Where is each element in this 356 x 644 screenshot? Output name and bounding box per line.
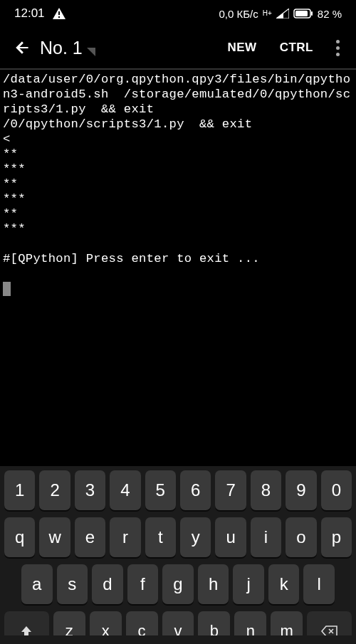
svg-rect-1 — [58, 16, 60, 18]
battery-pct: 82 % — [318, 8, 342, 20]
key-q[interactable]: q — [4, 517, 35, 557]
key-r[interactable]: r — [110, 517, 140, 557]
net-speed: 0,0 КБ/с — [219, 8, 258, 20]
warning-icon — [52, 7, 66, 20]
key-e[interactable]: e — [75, 517, 105, 557]
terminal-line: /data/user/0/org.qpython.qpy3/files/bin/… — [3, 73, 350, 86]
svg-rect-4 — [311, 11, 313, 16]
key-1[interactable]: 1 — [4, 470, 35, 510]
key-x[interactable]: x — [90, 611, 122, 635]
key-z[interactable]: z — [53, 611, 85, 635]
key-g[interactable]: g — [162, 564, 194, 604]
key-o[interactable]: o — [286, 517, 316, 557]
ctrl-button[interactable]: CTRL — [268, 41, 325, 55]
key-m[interactable]: m — [271, 611, 303, 635]
key-u[interactable]: u — [215, 517, 246, 557]
terminal-line: ripts3/1.py && exit — [3, 102, 154, 116]
key-d[interactable]: d — [92, 564, 123, 604]
key-j[interactable]: j — [233, 564, 264, 604]
overflow-menu-button[interactable] — [325, 33, 350, 62]
key-7[interactable]: 7 — [215, 470, 246, 510]
signal-icon — [276, 9, 289, 19]
svg-rect-0 — [58, 11, 60, 15]
key-p[interactable]: p — [321, 517, 352, 557]
soft-keyboard: 1 2 3 4 5 6 7 8 9 0 q w e r t y u i o p … — [0, 466, 356, 644]
key-2[interactable]: 2 — [39, 470, 70, 510]
key-8[interactable]: 8 — [251, 470, 281, 510]
dropdown-icon[interactable] — [87, 48, 95, 56]
key-b[interactable]: b — [198, 611, 230, 635]
key-s[interactable]: s — [57, 564, 88, 604]
key-h[interactable]: h — [198, 564, 229, 604]
key-i[interactable]: i — [251, 517, 281, 557]
terminal-output[interactable]: /data/user/0/org.qpython.qpy3/files/bin/… — [0, 70, 356, 466]
key-v[interactable]: v — [162, 611, 194, 635]
key-k[interactable]: k — [268, 564, 300, 604]
terminal-line: n3-android5.sh /storage/emulated/0/qpyth… — [3, 88, 350, 101]
terminal-line: /0/qpython/scripts3/1.py && exit < — [3, 117, 350, 146]
terminal-line: *** — [3, 162, 26, 176]
key-c[interactable]: c — [126, 611, 158, 635]
key-5[interactable]: 5 — [145, 470, 176, 510]
app-bar: No. 1 NEW CTRL — [0, 27, 356, 68]
key-t[interactable]: t — [145, 517, 176, 557]
key-l[interactable]: l — [303, 564, 335, 604]
terminal-line: *** — [3, 192, 26, 206]
new-button[interactable]: NEW — [216, 41, 268, 55]
net-type: H+ — [263, 10, 272, 17]
terminal-line: ** — [3, 147, 18, 161]
back-button[interactable] — [9, 33, 37, 62]
key-w[interactable]: w — [39, 517, 70, 557]
key-y[interactable]: y — [180, 517, 211, 557]
key-3[interactable]: 3 — [75, 470, 105, 510]
key-n[interactable]: n — [234, 611, 266, 635]
window-title: No. 1 — [40, 38, 83, 58]
key-9[interactable]: 9 — [286, 470, 316, 510]
key-shift[interactable] — [4, 611, 49, 635]
status-time: 12:01 — [14, 6, 45, 21]
key-f[interactable]: f — [127, 564, 159, 604]
terminal-line: ** — [3, 177, 18, 191]
terminal-line: ** — [3, 207, 18, 221]
terminal-prompt: #[QPython] Press enter to exit ... — [3, 252, 260, 265]
key-4[interactable]: 4 — [110, 470, 140, 510]
key-backspace[interactable] — [307, 611, 352, 635]
terminal-line: *** — [3, 222, 26, 236]
battery-icon — [293, 9, 313, 19]
status-bar: 12:01 0,0 КБ/с H+ 82 % — [0, 0, 356, 27]
terminal-cursor — [3, 282, 11, 296]
svg-rect-3 — [295, 11, 308, 16]
key-0[interactable]: 0 — [321, 470, 352, 510]
key-6[interactable]: 6 — [180, 470, 211, 510]
key-a[interactable]: a — [21, 564, 53, 604]
